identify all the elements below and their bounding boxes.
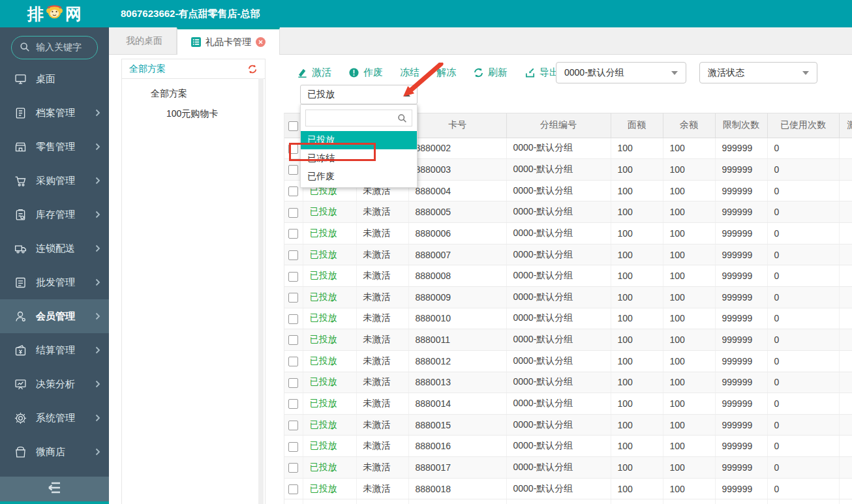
close-icon[interactable] bbox=[256, 37, 266, 47]
row-checkbox[interactable] bbox=[288, 314, 298, 324]
chevron-right-icon bbox=[95, 311, 100, 322]
table-cell: 100 bbox=[611, 180, 663, 201]
logo-text-left: 排 bbox=[27, 3, 44, 25]
table-row[interactable]: 已投放未激活88800120000-默认分组1001009999990 bbox=[284, 350, 852, 372]
row-checkbox[interactable] bbox=[288, 357, 298, 366]
tree-refresh-icon[interactable] bbox=[247, 64, 258, 74]
table-cell: 0 bbox=[767, 244, 839, 265]
row-checkbox[interactable] bbox=[288, 272, 298, 282]
sidebar-item-microshop[interactable]: 微商店 bbox=[0, 435, 109, 469]
table-cell: 0 bbox=[767, 159, 839, 181]
table-row[interactable]: 已投放未激活88800070000-默认分组1001009999990 bbox=[284, 244, 852, 265]
table-cell: 0000-默认分组 bbox=[506, 244, 611, 265]
tab-gift-card[interactable]: 礼品卡管理 bbox=[177, 27, 280, 55]
table-cell: 8880017 bbox=[408, 457, 506, 479]
table-cell: 0 bbox=[767, 201, 839, 223]
table-cell: 100 bbox=[611, 372, 663, 393]
table-row[interactable]: 已投放未激活88800090000-默认分组1001009999990 bbox=[284, 286, 852, 308]
sidebar-item-settlement[interactable]: 结算管理 bbox=[0, 333, 109, 367]
chevron-down-icon bbox=[802, 71, 809, 75]
sidebar-search-input[interactable]: 输入关键字 bbox=[11, 36, 98, 59]
table-cell: 未激活 bbox=[356, 244, 408, 265]
table-cell: 0000-默认分组 bbox=[506, 414, 611, 436]
sidebar-item-inventory[interactable]: 库存管理 bbox=[0, 198, 109, 231]
sidebar-item-retail[interactable]: 零售管理 bbox=[0, 130, 109, 164]
group-filter-select[interactable]: 0000-默认分组 bbox=[556, 62, 686, 83]
row-checkbox[interactable] bbox=[288, 484, 298, 494]
table-cell: 未激活 bbox=[356, 457, 408, 479]
table-row[interactable]: 已投放未激活88800080000-默认分组1001009999990 bbox=[284, 265, 852, 287]
sidebar-collapse-button[interactable] bbox=[0, 477, 109, 501]
tree-node[interactable]: 100元购物卡 bbox=[122, 104, 265, 124]
table-cell: 999999 bbox=[715, 286, 767, 308]
refresh-button[interactable]: 刷新 bbox=[473, 67, 508, 79]
row-checkbox[interactable] bbox=[288, 165, 298, 175]
table-row[interactable]: 已投放未激活88800140000-默认分组1001009999990 bbox=[284, 393, 852, 415]
table-row[interactable]: 已投放未激活88800160000-默认分组1001009999990 bbox=[284, 436, 852, 457]
row-checkbox[interactable] bbox=[288, 208, 298, 218]
table-cell: 已投放 bbox=[303, 350, 356, 372]
table-cell: 999999 bbox=[715, 478, 767, 499]
select-all-checkbox[interactable] bbox=[288, 121, 298, 131]
table-cell: 8880002 bbox=[408, 138, 506, 159]
tree-scrollbar[interactable] bbox=[258, 78, 264, 504]
row-checkbox-cell bbox=[284, 223, 303, 245]
table-row[interactable]: 已投放未激活88800180000-默认分组1001009999990 bbox=[284, 478, 852, 499]
row-checkbox[interactable] bbox=[288, 335, 298, 345]
row-checkbox[interactable] bbox=[288, 399, 298, 409]
refresh-icon bbox=[473, 67, 484, 78]
table-cell: 100 bbox=[663, 223, 715, 245]
table-cell bbox=[839, 414, 852, 436]
analysis-icon bbox=[14, 378, 27, 391]
row-checkbox[interactable] bbox=[288, 378, 298, 388]
sidebar-item-label: 库存管理 bbox=[36, 209, 87, 221]
activation-status-select[interactable]: 激活状态 bbox=[699, 62, 817, 83]
table-cell: 999999 bbox=[715, 265, 767, 287]
row-checkbox[interactable] bbox=[288, 186, 298, 196]
sidebar-item-archives[interactable]: 档案管理 bbox=[0, 96, 109, 130]
sidebar-item-label: 微商店 bbox=[36, 446, 87, 458]
sidebar-item-member[interactable]: 会员管理 bbox=[0, 299, 109, 333]
sidebar-item-desktop[interactable]: 桌面 bbox=[0, 62, 109, 96]
row-checkbox[interactable] bbox=[288, 463, 298, 473]
retail-icon bbox=[14, 140, 27, 154]
table-cell bbox=[408, 499, 506, 504]
row-checkbox-cell bbox=[284, 265, 303, 287]
sidebar-item-chain-delivery[interactable]: 连锁配送 bbox=[0, 231, 109, 265]
table-row[interactable]: 已投放未激活88800110000-默认分组1001009999990 bbox=[284, 329, 852, 351]
row-checkbox[interactable] bbox=[288, 250, 298, 260]
row-checkbox[interactable] bbox=[288, 421, 298, 430]
row-checkbox[interactable] bbox=[288, 293, 298, 303]
toolbar-button-label: 作废 bbox=[363, 67, 383, 79]
sidebar-item-label: 零售管理 bbox=[36, 141, 87, 153]
status-option[interactable]: 已作废 bbox=[301, 168, 417, 186]
plan-tree-panel: 全部方案 全部方案100元购物卡 bbox=[121, 59, 266, 504]
microshop-icon bbox=[14, 445, 27, 459]
tree-node[interactable]: 全部方案 bbox=[122, 83, 265, 104]
row-checkbox-cell bbox=[284, 350, 303, 372]
table-row[interactable]: 已投放未激活88800100000-默认分组1001009999990 bbox=[284, 308, 852, 329]
dropdown-search-input[interactable] bbox=[311, 113, 397, 124]
sidebar-item-analysis[interactable]: 决策分析 bbox=[0, 367, 109, 401]
sidebar-item-system[interactable]: 系统管理 bbox=[0, 401, 109, 435]
tab-my-desktop[interactable]: 我的桌面 bbox=[112, 27, 177, 55]
row-checkbox[interactable] bbox=[288, 229, 298, 239]
table-cell: 100 bbox=[663, 201, 715, 223]
activate-button[interactable]: 激活 bbox=[297, 67, 331, 79]
list-icon bbox=[191, 37, 201, 47]
void-button[interactable]: 作废 bbox=[348, 67, 383, 79]
row-checkbox[interactable] bbox=[288, 442, 298, 452]
table-row[interactable]: 已投放未激活88800150000-默认分组1001009999990 bbox=[284, 414, 852, 436]
export-button[interactable]: 导出 bbox=[525, 67, 559, 79]
sidebar-item-wholesale[interactable]: 批发管理 bbox=[0, 265, 109, 299]
table-row[interactable]: 已投放未激活88800060000-默认分组1001009999990 bbox=[284, 223, 852, 245]
system-icon bbox=[14, 411, 27, 425]
table-cell: 8880016 bbox=[408, 436, 506, 457]
table-row[interactable]: 已投放未激活88800130000-默认分组1001009999990 bbox=[284, 372, 852, 393]
sidebar-item-purchase[interactable]: 采购管理 bbox=[0, 164, 109, 198]
table-row[interactable]: 已投放未激活88800050000-默认分组1001009999990 bbox=[284, 201, 852, 223]
chevron-right-icon bbox=[95, 413, 100, 424]
chevron-right-icon bbox=[95, 277, 100, 288]
table-row[interactable]: 已投放未激活88800170000-默认分组1001009999990 bbox=[284, 457, 852, 479]
row-checkbox-cell bbox=[284, 436, 303, 457]
